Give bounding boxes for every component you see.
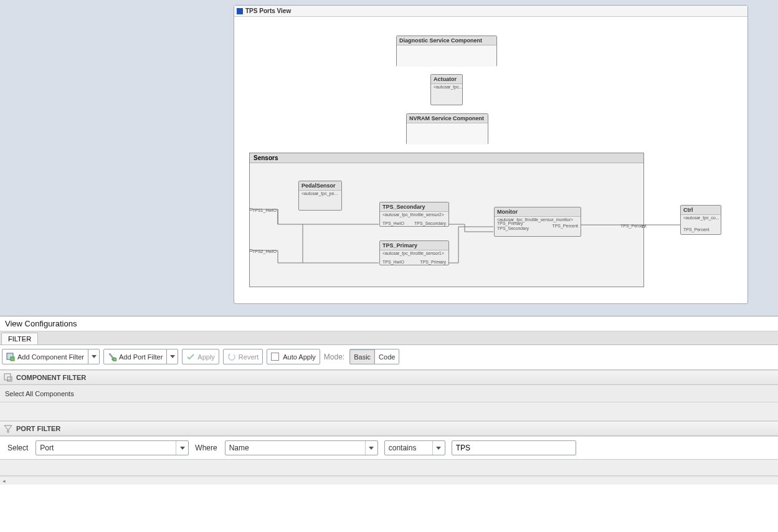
chevron-down-icon [170,355,175,358]
block-header: TPS_Primary [380,241,448,250]
apply-button[interactable]: Apply [182,349,219,364]
revert-button[interactable]: Revert [223,349,263,364]
port-node[interactable] [250,208,252,211]
add-component-filter-dropdown[interactable] [88,349,100,364]
button-label: Auto Apply [283,353,316,361]
where-op-combo[interactable]: contains [384,440,445,455]
panel-icon [237,8,243,14]
combo-value: contains [385,444,420,452]
header-label: PORT FILTER [16,425,60,432]
button-label: Add Component Filter [17,353,84,361]
port-in-label: TPS_HwIO [382,221,404,226]
button-label: Apply [197,353,215,361]
block-header: NVRAM Service Component [407,114,488,123]
block-subtitle: <autosar_tpc_co... [681,215,721,221]
where-field-combo[interactable]: Name [225,440,378,455]
sensors-header: Sensors [250,153,643,163]
chevron-down-icon [176,441,188,455]
chevron-down-icon [432,441,445,455]
button-label: Add Port Filter [119,353,163,361]
component-filter-body [0,402,778,421]
block-ctrl[interactable]: Ctrl <autosar_tpc_co... TPS_Percent [680,205,721,235]
port-in-label: TPS_HwIO [382,260,404,264]
block-header: Diagnostic Service Component [397,36,496,45]
port-tps1-hwio: TPS1_HwIO [252,208,277,212]
port-filter-header[interactable]: PORT FILTER [0,421,778,436]
block-header: Monitor [495,207,581,217]
port-out-label: TPS_Primary [420,260,446,264]
block-subtitle: <autosar_tpc_throttle_sensor2> [380,212,448,217]
row-label: Select All Components [5,390,74,397]
mode-code-button[interactable]: Code [375,349,399,364]
wire-label-tps-percent: TPS_Percent [620,224,647,228]
port-in1-label: TPS_Primary [497,221,523,226]
select-all-components-row[interactable]: Select All Components [0,385,778,402]
component-icon [4,373,12,382]
block-subtitle: <autosar_tpc... [431,84,462,90]
combo-value: Name [225,444,253,452]
port-filter-icon [108,353,116,361]
select-label: Select [7,444,29,452]
chevron-down-icon [92,355,97,358]
block-body [407,123,488,145]
add-port-filter-dropdown[interactable] [167,349,178,364]
panel-title-bar[interactable]: TPS Ports View [234,6,747,17]
tab-filter[interactable]: FILTER [1,333,38,344]
block-subtitle: <autosar_tpc_throttle_sensor1> [380,250,448,256]
component-filter-icon [6,353,15,361]
port-node[interactable] [250,249,252,252]
add-port-filter-button[interactable]: Add Port Filter [103,349,167,364]
block-header: Actuator [431,75,462,84]
button-label: Revert [239,353,259,361]
port-filter-criteria-row: Select Port Where Name contains [0,436,778,460]
chevron-down-icon [365,441,377,455]
block-body [397,45,496,67]
component-filter-header[interactable]: COMPONENT FILTER [0,370,778,385]
block-tps-secondary[interactable]: TPS_Secondary <autosar_tpc_throttle_sens… [379,202,449,227]
where-label: Where [195,444,218,452]
checkbox-icon [271,353,279,361]
add-component-filter-group: Add Component Filter [2,349,100,364]
funnel-icon [4,424,12,433]
svg-rect-1 [11,357,14,361]
block-pedal-sensor[interactable]: PedalSensor <autosar_tpc_pe... [298,181,342,211]
block-header: PedalSensor [299,181,341,191]
footer-row [0,460,778,476]
header-label: COMPONENT FILTER [16,374,86,381]
view-configurations-title: View Configurations [0,316,778,331]
add-component-filter-button[interactable]: Add Component Filter [2,349,88,364]
port-in2-label: TPS_Secondary [497,226,529,230]
block-header: TPS_Secondary [380,202,448,212]
tab-strip: FILTER [0,331,778,345]
diagram-canvas[interactable]: Diagnostic Service Component Actuator <a… [234,17,747,303]
check-icon [186,353,195,361]
port-out-label: TPS_Percent [552,224,578,228]
horizontal-scrollbar[interactable] [0,476,778,485]
auto-apply-toggle[interactable]: Auto Apply [267,349,320,364]
block-nvram[interactable]: NVRAM Service Component [406,113,488,145]
port-out-label: TPS_Secondary [414,221,446,226]
mode-toggle: Basic Code [349,349,399,364]
port-tps2-hwio: TPS2_HwIO [252,249,277,254]
diagram-area: TPS Ports View Diagnostic Service Compon… [0,0,778,316]
block-header: Ctrl [681,206,721,215]
mode-basic-button[interactable]: Basic [349,349,375,364]
block-diagnostic[interactable]: Diagnostic Service Component [396,36,497,67]
revert-icon [227,353,236,361]
mode-label: Mode: [324,353,346,361]
block-actuator[interactable]: Actuator <autosar_tpc... [430,74,463,105]
add-port-filter-group: Add Port Filter [103,349,178,364]
config-area: View Configurations FILTER Add Component… [0,316,778,485]
block-monitor[interactable]: Monitor <autosar_tpc_throttle_sensor_mon… [494,207,581,237]
filter-toolbar: Add Component Filter Add Port Filter App… [0,345,778,370]
block-subtitle: <autosar_tpc_pe... [299,191,341,196]
svg-rect-4 [7,377,12,381]
svg-point-2 [113,358,116,361]
ports-view-panel: TPS Ports View Diagnostic Service Compon… [234,5,748,304]
block-tps-primary[interactable]: TPS_Primary <autosar_tpc_throttle_sensor… [379,240,449,265]
where-value-input[interactable] [452,440,576,455]
select-combo[interactable]: Port [36,440,189,455]
combo-value: Port [36,444,57,452]
panel-title: TPS Ports View [245,7,291,14]
block-sensors-container[interactable]: Sensors TPS1_HwIO TPS2_HwIO PedalSensor … [249,153,644,287]
